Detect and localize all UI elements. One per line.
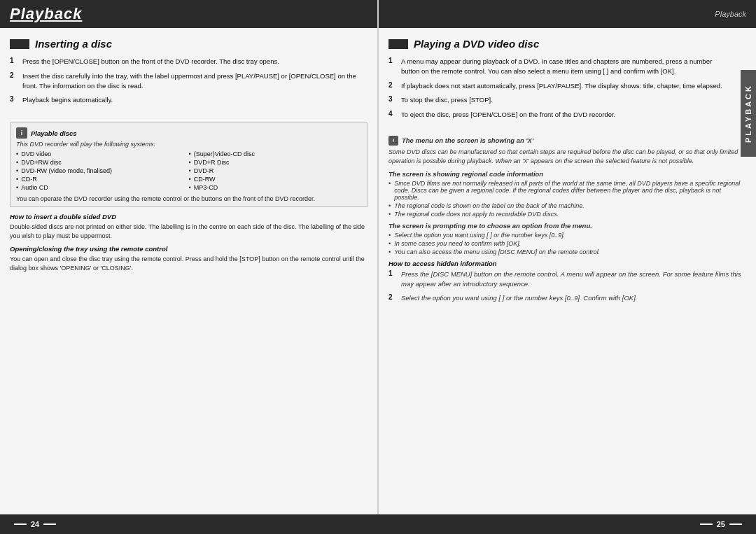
regional-bullet-1: •Since DVD films are not normally releas… <box>388 180 746 201</box>
step-text-3: Playback begins automatically. <box>22 95 113 105</box>
how-to-hidden: How to access hidden information 1 Press… <box>388 260 746 303</box>
operator-note: You can operate the DVD recorder using t… <box>16 195 361 202</box>
right-step-num-4: 4 <box>388 110 398 118</box>
page-title-sub: Playback <box>715 10 746 18</box>
step-3-left: 3 Playback begins automatically. <box>10 95 368 105</box>
playable-discs-note: i Playable discs This DVD recorder will … <box>10 122 368 207</box>
right-step-4: 4 To eject the disc, press [OPEN/CLOSE] … <box>388 110 731 120</box>
right-step-num-3: 3 <box>388 95 398 103</box>
menu-bullet-2: •In some cases you need to confirm with … <box>388 240 746 247</box>
hidden-step-1: 1 Press the [DISC MENU] button on the re… <box>388 269 746 289</box>
menu-bullet-3: •You can also access the menu using [DIS… <box>388 248 746 255</box>
page-title-main: Playback <box>10 5 82 23</box>
step-num-1: 1 <box>10 57 20 64</box>
right-step-text-3: To stop the disc, press [STOP]. <box>401 95 493 105</box>
disc-item-6: •(Super)Video-CD disc <box>189 150 362 157</box>
how-to-double-text: Double-sided discs are not printed on ei… <box>10 223 368 241</box>
regional-bullet-3: •The regional code does not apply to rec… <box>388 211 746 218</box>
right-step-num-1: 1 <box>388 57 398 64</box>
left-content: 1 Press the [OPEN/CLOSE] button on the f… <box>0 57 377 117</box>
disc-item-3: •DVD-RW (video mode, finalised) <box>16 167 189 174</box>
note-title-row: i Playable discs <box>16 127 361 139</box>
right-step-text-2: If playback does not start automatically… <box>401 81 722 91</box>
footer: 24 25 <box>0 514 756 534</box>
right-step-num-2: 2 <box>388 81 398 89</box>
note-x-box: i The menu on the screen is showing an '… <box>388 136 746 166</box>
header-right: Playback <box>379 0 756 28</box>
sidebar-tab-text: PLAYBACK <box>744 84 752 143</box>
right-step-3: 3 To stop the disc, press [STOP]. <box>388 95 731 105</box>
right-step-text-1: A menu may appear during playback of a D… <box>401 57 731 76</box>
step-2-left: 2 Insert the disc carefully into the tra… <box>10 71 368 91</box>
section-bar-left <box>10 39 29 49</box>
playing-dvd-header: Playing a DVD video disc <box>388 38 746 50</box>
sidebar-tab: PLAYBACK <box>741 70 756 157</box>
disc-item-5: •Audio CD <box>16 184 189 191</box>
note-x-text: Some DVD discs can be manufactured so th… <box>388 148 746 166</box>
disc-item-8: •DVD-R <box>189 167 362 174</box>
inserting-disc-title: Inserting a disc <box>35 38 112 50</box>
how-to-hidden-title: How to access hidden information <box>388 260 746 267</box>
hidden-step-text-1: Press the [DISC MENU] button on the remo… <box>401 269 746 289</box>
right-content: 1 A menu may appear during playback of a… <box>379 57 756 132</box>
how-to-open: Opening/closing the tray using the remot… <box>10 245 368 273</box>
disc-col-2: •(Super)Video-CD disc •DVD+R Disc •DVD-R… <box>189 150 362 192</box>
disc-col-1: •DVD video •DVD+RW disc •DVD-RW (video m… <box>16 150 189 192</box>
note-menu-title: The screen is prompting me to choose an … <box>388 222 746 230</box>
disc-item-10: •MP3-CD <box>189 184 362 191</box>
hidden-step-num-1: 1 <box>388 269 398 277</box>
how-to-double: How to insert a double sided DVD Double-… <box>10 213 368 241</box>
hidden-step-num-2: 2 <box>388 293 398 301</box>
note-regional-title: The screen is showing regional code info… <box>388 170 746 178</box>
disc-item-2: •DVD+RW disc <box>16 159 189 166</box>
section-bar-right <box>388 39 408 49</box>
step-num-2: 2 <box>10 71 20 79</box>
playing-dvd-title: Playing a DVD video disc <box>414 38 539 50</box>
footer-page-right: 25 <box>700 520 742 528</box>
note-menu-box: The screen is prompting me to choose an … <box>388 222 746 255</box>
step-1-left: 1 Press the [OPEN/CLOSE] button on the f… <box>10 57 368 66</box>
hidden-step-text-2: Select the option you want using [ ] or … <box>401 293 637 303</box>
footer-page-left: 24 <box>14 520 56 528</box>
disc-item-9: •CD-RW <box>189 176 362 183</box>
how-to-open-title: Opening/closing the tray using the remot… <box>10 245 368 253</box>
disc-item-7: •DVD+R Disc <box>189 159 362 166</box>
note-subtitle-text: This DVD recorder will play the followin… <box>16 141 361 148</box>
disc-list: •DVD video •DVD+RW disc •DVD-RW (video m… <box>16 150 361 192</box>
disc-item-1: •DVD video <box>16 150 189 157</box>
hidden-step-2: 2 Select the option you want using [ ] o… <box>388 293 746 303</box>
step-text-1: Press the [OPEN/CLOSE] button on the fro… <box>22 57 279 66</box>
right-step-2: 2 If playback does not start automatical… <box>388 81 731 91</box>
header-left: Playback <box>0 0 377 28</box>
note-x-icon: i <box>388 136 398 146</box>
note-title-text: Playable discs <box>31 129 76 137</box>
step-text-2: Insert the disc carefully into the tray,… <box>22 71 368 91</box>
regional-bullet-2: •The regional code is shown on the label… <box>388 202 746 209</box>
how-to-double-title: How to insert a double sided DVD <box>10 213 368 220</box>
menu-bullet-1: •Select the option you want using [ ] or… <box>388 232 746 239</box>
how-to-open-text: You can open and close the disc tray usi… <box>10 255 368 273</box>
disc-item-4: •CD-R <box>16 176 189 183</box>
step-num-3: 3 <box>10 95 20 103</box>
note-x-title: i The menu on the screen is showing an '… <box>388 136 746 146</box>
inserting-disc-header: Inserting a disc <box>10 38 368 50</box>
right-step-1: 1 A menu may appear during playback of a… <box>388 57 731 76</box>
note-icon-left: i <box>16 127 27 139</box>
note-regional-box: The screen is showing regional code info… <box>388 170 746 218</box>
right-step-text-4: To eject the disc, press [OPEN/CLOSE] on… <box>401 110 615 120</box>
